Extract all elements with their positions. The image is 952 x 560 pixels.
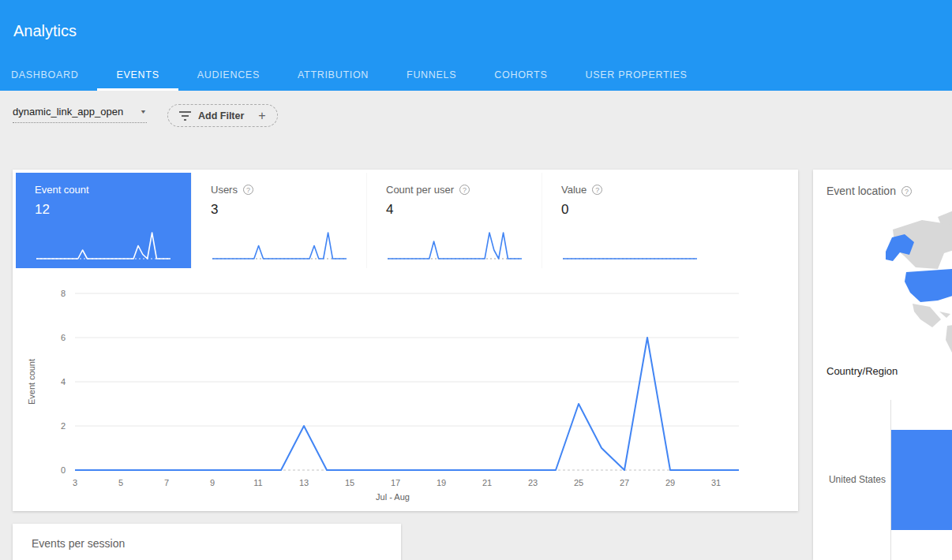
- value-sparkline: [560, 227, 700, 263]
- tile-event-count[interactable]: Event count 12: [16, 173, 191, 268]
- svg-text:6: 6: [61, 333, 66, 342]
- svg-text:21: 21: [482, 478, 492, 487]
- svg-text:25: 25: [574, 478, 583, 487]
- svg-text:19: 19: [437, 478, 446, 487]
- tab-dashboard[interactable]: DASHBOARD: [0, 61, 97, 91]
- tile-value: 0: [561, 202, 717, 218]
- app-header: Analytics DASHBOARD EVENTS AUDIENCES ATT…: [0, 0, 952, 91]
- svg-text:17: 17: [391, 478, 400, 487]
- tile-users[interactable]: Users? 3: [191, 173, 366, 268]
- svg-text:2: 2: [61, 421, 66, 431]
- tile-value: 4: [386, 202, 542, 218]
- event-selector-value: dynamic_link_app_open: [13, 106, 123, 118]
- svg-text:Event count: Event count: [27, 359, 36, 405]
- events-overview-card: Event count 12 Users? 3 Count per user? …: [13, 170, 798, 511]
- united-states-shape: [905, 269, 952, 302]
- tab-audiences[interactable]: AUDIENCES: [178, 61, 279, 91]
- tab-funnels[interactable]: FUNNELS: [388, 61, 475, 91]
- filter-icon: [179, 111, 191, 121]
- svg-text:27: 27: [620, 478, 629, 487]
- events-per-session-card: Events per session: [13, 524, 401, 560]
- svg-text:29: 29: [665, 478, 675, 487]
- svg-text:Jul - Aug: Jul - Aug: [376, 492, 410, 502]
- page-title: Analytics: [13, 22, 77, 40]
- users-sparkline: [209, 227, 350, 263]
- event-location-title-text: Event location: [826, 185, 896, 197]
- metric-tiles: Event count 12 Users? 3 Count per user? …: [16, 173, 717, 268]
- svg-text:9: 9: [210, 478, 215, 487]
- tile-label: Count per user: [386, 184, 454, 196]
- count-per-user-sparkline: [384, 227, 525, 263]
- svg-text:4: 4: [61, 377, 66, 386]
- tile-label: Event count: [35, 184, 89, 196]
- svg-text:0: 0: [61, 465, 66, 475]
- svg-text:7: 7: [164, 478, 169, 487]
- tab-cohorts[interactable]: COHORTS: [475, 61, 566, 91]
- help-icon[interactable]: ?: [459, 185, 470, 195]
- svg-text:15: 15: [345, 478, 354, 487]
- svg-text:31: 31: [711, 478, 721, 487]
- svg-text:8: 8: [61, 289, 66, 298]
- tab-user-properties[interactable]: USER PROPERTIES: [566, 61, 706, 91]
- help-icon[interactable]: ?: [592, 185, 602, 195]
- svg-text:13: 13: [299, 478, 309, 487]
- add-filter-label: Add Filter: [198, 110, 244, 121]
- tile-value: 3: [211, 202, 366, 218]
- nav-tabs: DASHBOARD EVENTS AUDIENCES ATTRIBUTION F…: [0, 61, 707, 91]
- tab-attribution[interactable]: ATTRIBUTION: [279, 61, 388, 91]
- add-filter-button[interactable]: Add Filter +: [167, 104, 278, 127]
- bar-category-label: United States: [813, 474, 886, 485]
- tab-events[interactable]: EVENTS: [97, 61, 178, 91]
- event-selector-dropdown[interactable]: dynamic_link_app_open ▼: [13, 106, 147, 123]
- world-map: [819, 207, 952, 359]
- events-per-session-title: Events per session: [32, 537, 125, 550]
- analytics-screen: Analytics DASHBOARD EVENTS AUDIENCES ATT…: [0, 0, 952, 560]
- svg-text:5: 5: [118, 478, 123, 487]
- plus-icon: +: [258, 109, 265, 123]
- event-location-card: Event location? Country/Region United St…: [813, 170, 952, 560]
- tile-label: Users: [211, 184, 238, 196]
- svg-text:11: 11: [253, 478, 262, 487]
- tile-value[interactable]: Value? 0: [542, 173, 717, 268]
- south-america-shape: [946, 323, 952, 357]
- event-count-chart: 0246835791113151719212325272931Jul - Aug…: [13, 281, 798, 511]
- caribbean-shape: [939, 312, 950, 318]
- event-count-sparkline: [33, 227, 174, 263]
- country-region-header: Country/Region: [826, 365, 898, 377]
- caret-down-icon: ▼: [140, 109, 147, 115]
- tile-label: Value: [561, 184, 587, 196]
- event-location-title: Event location?: [826, 185, 912, 197]
- help-icon[interactable]: ?: [901, 186, 912, 196]
- svg-text:23: 23: [528, 478, 538, 487]
- tile-value: 12: [35, 202, 191, 218]
- tile-count-per-user[interactable]: Count per user? 4: [366, 173, 542, 268]
- united-states-bar[interactable]: [891, 430, 952, 530]
- mexico-shape: [913, 304, 941, 327]
- svg-text:3: 3: [73, 478, 77, 487]
- help-icon[interactable]: ?: [243, 185, 253, 195]
